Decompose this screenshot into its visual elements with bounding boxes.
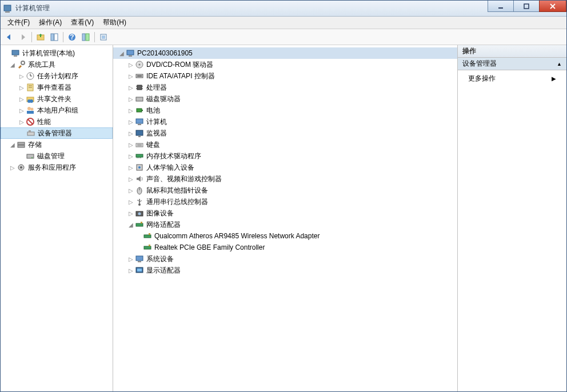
tree-disk-mgmt[interactable]: ▷ 磁盘管理: [1, 150, 113, 162]
dev-batteries[interactable]: ▷电池: [113, 105, 457, 116]
expander-icon[interactable]: ▷: [127, 96, 135, 102]
device-tree[interactable]: ◢ PC201403061905 ▷DVD/CD-ROM 驱动器 ▷IDE AT…: [113, 45, 458, 391]
dev-memtech[interactable]: ▷内存技术驱动程序: [113, 150, 457, 162]
dev-network[interactable]: ◢网络适配器: [113, 219, 457, 230]
dev-keyboards[interactable]: ▷键盘: [113, 139, 457, 150]
svg-rect-8: [54, 34, 58, 41]
computer-node-icon: [135, 117, 144, 126]
tree-label: 鼠标和其他指针设备: [146, 186, 208, 195]
expander-icon[interactable]: ▷: [127, 85, 135, 91]
menu-action[interactable]: 操作(A): [34, 17, 66, 29]
maximize-button[interactable]: [513, 1, 540, 12]
dev-imaging[interactable]: ▷图像设备: [113, 207, 457, 219]
close-button[interactable]: [539, 1, 566, 12]
dev-hid[interactable]: ▷人体学输入设备: [113, 162, 457, 173]
dev-dvd[interactable]: ▷DVD/CD-ROM 驱动器: [113, 59, 457, 70]
actions-section[interactable]: 设备管理器 ▲: [458, 58, 566, 70]
sound-icon: [135, 174, 144, 183]
console-tree[interactable]: ▷ 计算机管理(本地) ◢ 系统工具 ▷ 任务计划程序 ▷ 事件查看器 ▷ 共享…: [1, 45, 113, 391]
expander-icon[interactable]: ▷: [127, 199, 135, 205]
help-button[interactable]: ?: [66, 31, 78, 43]
dev-processors[interactable]: ▷处理器: [113, 82, 457, 93]
menu-bar: 文件(F) 操作(A) 查看(V) 帮助(H): [1, 17, 566, 29]
tree-event-viewer[interactable]: ▷ 事件查看器: [1, 82, 113, 93]
refresh-button[interactable]: [97, 31, 110, 43]
expander-icon[interactable]: ▷: [127, 107, 135, 114]
tree-system-tools[interactable]: ◢ 系统工具: [1, 59, 113, 70]
tree-services[interactable]: ▷ 服务和应用程序: [1, 162, 113, 173]
expander-icon[interactable]: ▷: [127, 210, 135, 217]
svg-point-27: [27, 107, 31, 110]
disk-drive-icon: [135, 94, 144, 103]
event-icon: [26, 83, 35, 92]
back-button[interactable]: [3, 31, 15, 43]
svg-point-39: [20, 166, 22, 169]
svg-rect-51: [136, 97, 143, 101]
expander-icon[interactable]: ◢: [9, 62, 17, 68]
expander-icon[interactable]: ▷: [127, 165, 135, 171]
expander-icon[interactable]: ▷: [18, 119, 26, 125]
usb-icon: [135, 197, 144, 206]
dev-system[interactable]: ▷系统设备: [113, 253, 457, 265]
dev-net-adapter-2[interactable]: Realtek PCIe GBE Family Controller: [113, 242, 457, 253]
up-button[interactable]: [34, 31, 47, 43]
expander-icon[interactable]: ▷: [18, 107, 26, 114]
expander-icon[interactable]: ▷: [127, 176, 135, 182]
tree-root[interactable]: ▷ 计算机管理(本地): [1, 47, 113, 59]
dev-display[interactable]: ▷显示适配器: [113, 265, 457, 276]
tree-device-manager[interactable]: ▷ 设备管理器: [1, 127, 113, 139]
menu-file[interactable]: 文件(F): [3, 17, 34, 29]
expander-icon[interactable]: ▷: [18, 96, 26, 102]
dev-computers[interactable]: ▷计算机: [113, 116, 457, 127]
toolbar: ?: [1, 29, 566, 45]
expander-icon[interactable]: ▷: [127, 187, 135, 194]
expander-icon[interactable]: ▷: [127, 130, 135, 137]
svg-rect-36: [27, 154, 34, 158]
tree-local-users[interactable]: ▷ 本地用户和组: [1, 105, 113, 116]
tree-shared-folders[interactable]: ▷ 共享文件夹: [1, 93, 113, 105]
system-device-icon: [135, 254, 144, 263]
forward-button[interactable]: [17, 31, 29, 43]
expander-icon[interactable]: ▷: [127, 119, 135, 125]
tree-label: 本地用户和组: [37, 106, 78, 115]
expander-icon[interactable]: ▷: [127, 73, 135, 79]
expander-icon[interactable]: ◢: [9, 142, 17, 148]
dev-net-adapter-1[interactable]: Qualcomm Atheros AR9485 Wireless Network…: [113, 230, 457, 242]
expander-icon[interactable]: ▷: [127, 256, 135, 262]
expander-icon[interactable]: ▷: [127, 62, 135, 68]
tree-performance[interactable]: ▷ 性能: [1, 116, 113, 127]
tree-label: 磁盘管理: [37, 151, 65, 161]
properties-button[interactable]: [79, 31, 92, 43]
title-bar: 计算机管理: [1, 1, 566, 17]
expander-icon[interactable]: ◢: [127, 222, 135, 228]
actions-more[interactable]: 更多操作 ▶: [458, 70, 566, 87]
dev-disk-drives[interactable]: ▷磁盘驱动器: [113, 93, 457, 105]
tree-storage[interactable]: ◢ 存储: [1, 139, 113, 150]
expander-icon[interactable]: ▷: [127, 142, 135, 148]
tree-label: 显示适配器: [146, 266, 181, 275]
expander-icon[interactable]: ▷: [127, 267, 135, 274]
svg-point-28: [31, 108, 34, 111]
hid-icon: [135, 163, 144, 172]
menu-view[interactable]: 查看(V): [66, 17, 98, 29]
expander-icon[interactable]: ▷: [18, 73, 26, 79]
expander-icon[interactable]: ▷: [9, 165, 17, 171]
tree-task-scheduler[interactable]: ▷ 任务计划程序: [1, 70, 113, 82]
svg-rect-3: [524, 4, 529, 9]
dev-mice[interactable]: ▷鼠标和其他指针设备: [113, 185, 457, 196]
dev-monitors[interactable]: ▷监视器: [113, 127, 457, 139]
expander-icon[interactable]: ◢: [118, 50, 126, 57]
expander-icon[interactable]: ▷: [18, 85, 26, 91]
minimize-button[interactable]: [488, 1, 514, 12]
tree-label: PC201403061905: [137, 49, 193, 57]
dev-usb[interactable]: ▷通用串行总线控制器: [113, 196, 457, 207]
toolbar-separator: [31, 32, 32, 42]
show-hide-tree-button[interactable]: [48, 31, 61, 43]
dev-computer[interactable]: ◢ PC201403061905: [113, 47, 457, 59]
svg-rect-46: [137, 85, 142, 90]
actions-pane: 操作 设备管理器 ▲ 更多操作 ▶: [458, 45, 566, 391]
dev-sound[interactable]: ▷声音、视频和游戏控制器: [113, 173, 457, 185]
expander-icon[interactable]: ▷: [127, 153, 135, 159]
dev-ide[interactable]: ▷IDE ATA/ATAPI 控制器: [113, 70, 457, 82]
menu-help[interactable]: 帮助(H): [98, 17, 131, 29]
